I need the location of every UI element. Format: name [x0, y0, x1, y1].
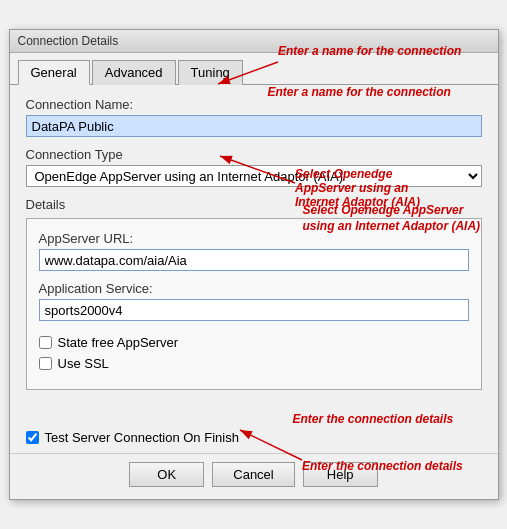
annotation-area: Enter the connection details	[10, 402, 498, 426]
connection-details-dialog: Connection Details General Advanced Tuni…	[9, 29, 499, 500]
test-connection-label: Test Server Connection On Finish	[45, 430, 239, 445]
connection-name-group: Connection Name:	[26, 97, 482, 137]
help-button[interactable]: Help	[303, 462, 378, 487]
annotation-enter-details: Enter the connection details	[293, 412, 493, 426]
state-free-label: State free AppServer	[58, 335, 179, 350]
cancel-button[interactable]: Cancel	[212, 462, 294, 487]
button-row: OK Cancel Help	[10, 453, 498, 499]
use-ssl-label: Use SSL	[58, 356, 109, 371]
ok-button[interactable]: OK	[129, 462, 204, 487]
test-connection-row: Test Server Connection On Finish	[26, 430, 239, 445]
connection-type-group: Connection Type OpenEdge AppServer using…	[26, 147, 482, 187]
bottom-area: Test Server Connection On Finish	[10, 426, 498, 453]
connection-type-label: Connection Type	[26, 147, 482, 162]
connection-name-label: Connection Name:	[26, 97, 482, 112]
appserver-url-group: AppServer URL:	[39, 231, 469, 271]
details-label: Details	[26, 197, 482, 212]
tab-tuning[interactable]: Tuning	[178, 60, 243, 85]
test-connection-checkbox[interactable]	[26, 431, 39, 444]
tab-bar: General Advanced Tuning	[10, 53, 498, 85]
tab-general[interactable]: General	[18, 60, 90, 85]
appserver-url-input[interactable]	[39, 249, 469, 271]
use-ssl-checkbox[interactable]	[39, 357, 52, 370]
tab-advanced[interactable]: Advanced	[92, 60, 176, 85]
dialog-title: Connection Details	[10, 30, 498, 53]
application-service-group: Application Service:	[39, 281, 469, 321]
connection-name-input[interactable]	[26, 115, 482, 137]
tab-content: Enter a name for the connection Connecti…	[10, 85, 498, 402]
details-box: AppServer URL: Application Service: Stat…	[26, 218, 482, 390]
application-service-label: Application Service:	[39, 281, 469, 296]
state-free-checkbox[interactable]	[39, 336, 52, 349]
state-free-row: State free AppServer	[39, 335, 469, 350]
appserver-url-label: AppServer URL:	[39, 231, 469, 246]
use-ssl-row: Use SSL	[39, 356, 469, 371]
connection-type-select[interactable]: OpenEdge AppServer using an Internet Ada…	[26, 165, 482, 187]
application-service-input[interactable]	[39, 299, 469, 321]
